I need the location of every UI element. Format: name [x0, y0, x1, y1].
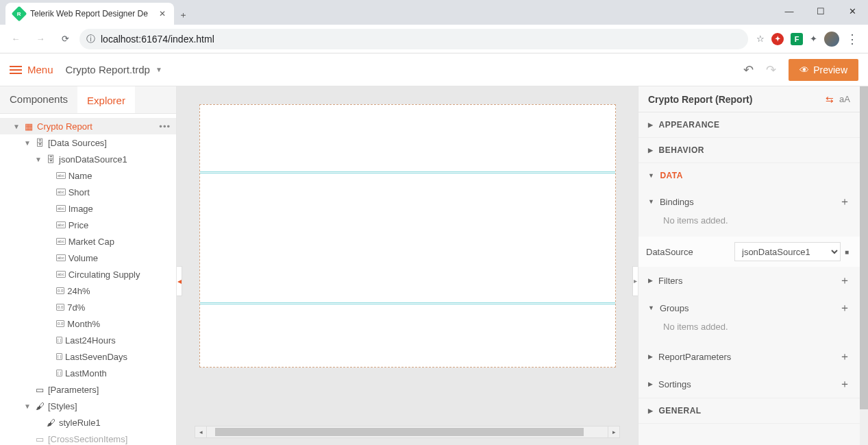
profile-avatar[interactable] — [824, 32, 839, 47]
url-text: localhost:61674/index.html — [101, 34, 214, 45]
tree-field[interactable]: 0.024h% — [0, 282, 176, 299]
window-maximize[interactable]: ☐ — [805, 0, 836, 22]
tree-field[interactable]: abcCirculating Supply — [0, 266, 176, 282]
address-bar[interactable]: ⓘ localhost:61674/index.html — [79, 29, 748, 49]
tree-style-rule[interactable]: 🖌styleRule1 — [0, 414, 176, 431]
cross-section-icon: ▭ — [34, 435, 45, 443]
reload-button[interactable]: ⟳ — [55, 29, 75, 49]
extensions-icon[interactable]: ✦ — [810, 34, 817, 44]
tab-explorer[interactable]: Explorer — [77, 86, 135, 113]
undo-button[interactable]: ↶ — [743, 62, 754, 77]
tree-root-report[interactable]: ▼▦ Crypto Report ••• — [0, 118, 176, 134]
tab-components[interactable]: Components — [0, 86, 77, 113]
style-rule-icon: 🖌 — [45, 418, 56, 426]
horizontal-scrollbar[interactable]: ◂ ▸ — [195, 426, 620, 438]
tree-field[interactable]: [ ]Last24Hours — [0, 332, 176, 348]
field-array-icon: [ ] — [56, 353, 62, 360]
new-tab-button[interactable]: ＋ — [174, 5, 193, 25]
filters-header[interactable]: ▶Filters＋ — [648, 267, 860, 294]
tree-field[interactable]: [ ]LastSevenDays — [0, 348, 176, 365]
reset-icon[interactable]: ■ — [841, 248, 853, 256]
tree-field[interactable]: abcMarket Cap — [0, 233, 176, 250]
vertical-scrollbar[interactable] — [860, 86, 868, 445]
groups-header[interactable]: ▼Groups＋ — [648, 294, 860, 322]
datasource-label: DataSource — [638, 247, 734, 257]
collapse-left-icon[interactable]: ◂ — [177, 266, 182, 296]
tree-field[interactable]: abcPrice — [0, 217, 176, 233]
datasource-icon: 🗄 — [45, 155, 56, 163]
preview-button[interactable]: 👁 Preview — [789, 59, 858, 81]
styles-icon: 🖌 — [34, 402, 45, 410]
section-appearance[interactable]: ▶APPEARANCE — [638, 112, 860, 137]
forward-button[interactable]: → — [30, 29, 51, 49]
extension-f-icon[interactable]: F — [791, 33, 803, 45]
field-text-icon: abc — [56, 205, 66, 212]
scroll-right-icon[interactable]: ▸ — [608, 426, 620, 438]
field-array-icon: [ ] — [56, 370, 62, 376]
field-text-icon: abc — [56, 271, 66, 278]
bindings-header[interactable]: ▼Bindings＋ — [648, 188, 860, 215]
field-text-icon: abc — [56, 172, 66, 179]
tree-styles[interactable]: ▼🖌[Styles] — [0, 398, 176, 414]
app-topbar: Menu Crypto Report.trdp ▼ ↶ ↷ 👁 Preview — [0, 53, 868, 86]
section-data[interactable]: ▼DATA — [638, 163, 860, 188]
section-divider — [200, 302, 615, 303]
tree-field[interactable]: abcName — [0, 167, 176, 184]
alpha-sort-icon[interactable]: aA — [839, 94, 850, 104]
tree-data-sources[interactable]: ▼🗄 [Data Sources] — [0, 134, 176, 151]
explorer-tree: ▼▦ Crypto Report ••• ▼🗄 [Data Sources] ▼… — [0, 114, 176, 445]
report-page[interactable] — [199, 104, 616, 368]
collapse-right-icon[interactable]: ▸ — [632, 266, 638, 296]
tree-cross-section[interactable]: ▭[CrossSectionItems] — [0, 431, 176, 445]
tree-parameters[interactable]: ▭[Parameters] — [0, 381, 176, 398]
report-canvas[interactable]: ◂ ▸ ◂ ▸ — [177, 86, 638, 445]
bookmark-icon[interactable]: ☆ — [756, 34, 765, 44]
add-binding-icon[interactable]: ＋ — [839, 195, 850, 209]
window-minimize[interactable]: ― — [773, 0, 805, 22]
add-group-icon[interactable]: ＋ — [839, 301, 850, 315]
browser-tab[interactable]: R Telerik Web Report Designer De ✕ — [5, 3, 174, 25]
tree-field[interactable]: [ ]LastMonth — [0, 365, 176, 381]
section-divider — [200, 304, 615, 304]
tree-node-menu[interactable]: ••• — [159, 121, 176, 132]
report-icon: ▦ — [23, 122, 34, 130]
tree-field[interactable]: abcVolume — [0, 250, 176, 266]
add-filter-icon[interactable]: ＋ — [839, 274, 850, 288]
tree-field[interactable]: abcShort — [0, 184, 176, 200]
redo-button[interactable]: ↷ — [766, 62, 776, 77]
window-close[interactable]: ✕ — [836, 0, 868, 22]
file-name-dropdown[interactable]: Crypto Report.trdp ▼ — [66, 64, 162, 75]
tree-field[interactable]: 0.0Month% — [0, 315, 176, 332]
menu-button[interactable]: Menu — [10, 64, 53, 76]
no-items-text: No items added. — [648, 322, 860, 343]
properties-title: Crypto Report (Report) — [648, 94, 820, 105]
add-report-param-icon[interactable]: ＋ — [839, 350, 850, 364]
tab-close-icon[interactable]: ✕ — [159, 9, 166, 19]
tab-title: Telerik Web Report Designer De — [30, 9, 148, 19]
sortings-header[interactable]: ▶Sortings＋ — [648, 370, 860, 398]
tree-view-icon[interactable]: ⇆ — [826, 94, 834, 105]
tree-json-datasource[interactable]: ▼🗄 jsonDataSource1 — [0, 151, 176, 167]
datasource-select[interactable]: jsonDataSource1 — [734, 242, 841, 261]
section-behavior[interactable]: ▶BEHAVIOR — [638, 138, 860, 163]
section-divider — [200, 171, 615, 172]
back-button[interactable]: ← — [5, 29, 26, 49]
parameters-icon: ▭ — [34, 385, 45, 394]
browser-menu-icon[interactable]: ⋮ — [846, 32, 858, 47]
adblock-icon[interactable]: ✦ — [771, 33, 784, 45]
tree-field[interactable]: abcImage — [0, 200, 176, 217]
browser-chrome: ― ☐ ✕ R Telerik Web Report Designer De ✕… — [0, 0, 868, 53]
add-sorting-icon[interactable]: ＋ — [839, 377, 850, 392]
field-array-icon: [ ] — [56, 337, 62, 344]
field-num-icon: 0.0 — [56, 320, 64, 327]
left-panel: Components Explorer ▼▦ Crypto Report •••… — [0, 86, 177, 445]
field-text-icon: abc — [56, 189, 66, 195]
eye-icon: 👁 — [799, 64, 809, 75]
tree-field[interactable]: 0.07d% — [0, 299, 176, 315]
section-general[interactable]: ▶GENERAL — [638, 398, 860, 423]
field-text-icon: abc — [56, 221, 66, 228]
report-parameters-header[interactable]: ▶ReportParameters＋ — [648, 343, 860, 370]
scroll-left-icon[interactable]: ◂ — [195, 426, 207, 438]
field-num-icon: 0.0 — [56, 304, 64, 311]
site-info-icon[interactable]: ⓘ — [86, 33, 95, 45]
